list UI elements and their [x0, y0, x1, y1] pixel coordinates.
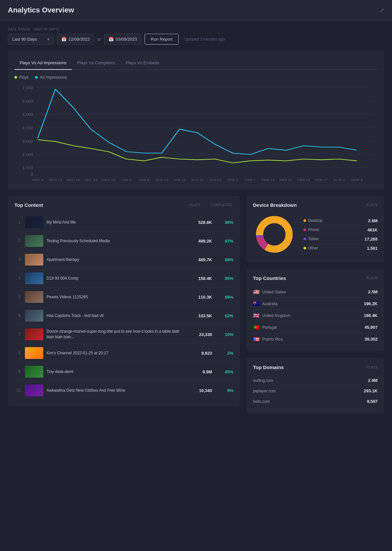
donut-svg — [253, 213, 296, 256]
table-row: 4. D19 93 004 Comp 158.4K 95% — [14, 269, 233, 288]
row-number: 4. — [14, 276, 22, 281]
device-name: Tablet — [308, 237, 319, 241]
plays-dot — [14, 76, 17, 79]
domains-header: Top Domains PLAYS — [253, 364, 378, 370]
thumbnail — [25, 291, 43, 303]
date-range-section: Date Range (MAX 90 DAYS) Last 90 Days ▾ … — [8, 27, 384, 45]
svg-text:3,000: 3,000 — [22, 139, 33, 144]
svg-text:MAR 4: MAR 4 — [333, 178, 345, 182]
date-controls: Last 90 Days ▾ 📅 12/09/2022 to 📅 03/09/2… — [8, 34, 384, 45]
row-number: 2. — [14, 239, 22, 243]
plays-col-header: PLAYS — [181, 203, 201, 207]
app-header: Analytics Overview ⤢ — [0, 0, 392, 21]
content-title: Has Captions Track - test bad vtt — [47, 313, 187, 319]
preset-label: Last 90 Days — [12, 37, 37, 42]
domains-list: surfing.com 2.9M jwplayer.com 293.1K hel… — [253, 375, 378, 406]
svg-text:5,000: 5,000 — [22, 112, 33, 117]
svg-text:JAN 3: JAN 3 — [121, 178, 132, 182]
thumbnail — [25, 366, 43, 378]
device-row: Other 1,561 — [304, 244, 378, 253]
domain-row: surfing.com 2.9M — [253, 375, 378, 386]
countries-header: Top Countries PLAYS — [253, 275, 378, 281]
tab-plays-vs-ad-impressions[interactable]: Plays Vs Ad Impressions — [14, 58, 72, 70]
chevron-down-icon: ▾ — [47, 37, 49, 42]
start-date-input[interactable]: 📅 12/09/2022 — [57, 34, 94, 45]
row-number: 3. — [14, 257, 22, 262]
svg-text:JAN 8: JAN 8 — [139, 178, 149, 182]
svg-text:JAN 23: JAN 23 — [191, 178, 204, 182]
content-title: Tiny-desk-demi — [47, 369, 187, 375]
country-value: 45,907 — [364, 325, 378, 330]
content-completes: 95% — [215, 276, 233, 281]
device-row: Desktop 2.8M — [304, 216, 378, 226]
table-row: 1. My Mind And Me 528.6K 98% — [14, 213, 233, 232]
countries-list: 🇺🇸 United States 2.5M 🇦🇺 Australia 196.2… — [253, 286, 378, 345]
domain-row: jwplayer.com 293.1K — [253, 386, 378, 396]
content-plays: 8.9M — [191, 369, 212, 374]
device-value: 1,561 — [367, 246, 378, 251]
svg-text:DEC 29: DEC 29 — [102, 178, 115, 182]
expand-icon[interactable]: ⤢ — [380, 7, 384, 13]
tab-plays-vs-embeds[interactable]: Plays Vs Embeds — [120, 58, 164, 70]
content-completes: 92% — [215, 313, 233, 318]
content-completes: 97% — [215, 239, 233, 244]
device-name: Desktop — [308, 218, 323, 223]
svg-text:JAN 13: JAN 13 — [156, 178, 168, 182]
country-row: 🇵🇹 Portugal 45,907 — [253, 322, 378, 333]
country-row: 🇦🇺 Australia 196.2K — [253, 298, 378, 310]
country-flag: 🇺🇸 — [253, 289, 260, 295]
row-number: 6. — [14, 313, 22, 318]
top-countries-card: Top Countries PLAYS 🇺🇸 United States 2.5… — [246, 269, 384, 351]
device-name-wrap: Phone — [304, 227, 320, 232]
device-value: 17,265 — [364, 237, 378, 242]
row-number: 10. — [14, 388, 22, 393]
content-title: Pexels Videos 1115265 — [47, 294, 187, 300]
row-number: 5. — [14, 295, 22, 299]
device-header: Device Breakdown PLAYS — [253, 202, 378, 208]
end-date-input[interactable]: 📅 03/09/2023 — [104, 34, 141, 45]
date-preset-select[interactable]: Last 90 Days ▾ — [8, 34, 54, 45]
domain-value: 9,597 — [367, 399, 378, 404]
country-row: 🇺🇸 United States 2.5M — [253, 286, 378, 298]
domains-title: Top Domains — [253, 364, 284, 370]
content-completes: 89% — [215, 295, 233, 300]
content-plays: 23,330 — [191, 332, 212, 337]
content-list: 1. My Mind And Me 528.6K 98% 2. Testing … — [14, 213, 233, 400]
device-plays-label: PLAYS — [366, 203, 378, 207]
chart-svg: 7,000 6,000 5,000 4,000 3,000 2,000 1,00… — [14, 84, 378, 183]
content-plays: 469.7K — [191, 257, 212, 262]
thumbnail — [25, 216, 43, 228]
device-row: Phone 461K — [304, 226, 378, 235]
device-name-wrap: Tablet — [304, 237, 319, 241]
calendar-icon: 📅 — [108, 37, 114, 42]
ad-impressions-label: Ad Impressions — [40, 75, 67, 80]
content-title: D19 93 004 Comp — [47, 276, 187, 281]
device-value: 2.8M — [368, 218, 378, 223]
country-name: United Kingdom — [262, 313, 361, 318]
bottom-row: Top Content PLAYS COMPLETES 1. My Mind A… — [8, 196, 384, 413]
domain-name: hello.com — [253, 399, 270, 404]
tab-plays-vs-completes[interactable]: Plays Vs Completes — [72, 58, 120, 70]
row-number: 8. — [14, 351, 22, 355]
country-row: 🇵🇷 Puerto Rico 39,302 — [253, 333, 378, 345]
row-number: 1. — [14, 220, 22, 225]
country-value: 196.2K — [364, 301, 378, 306]
content-title: Apartment-therapy — [47, 257, 187, 263]
device-title: Device Breakdown — [253, 202, 297, 208]
content-title: My Mind And Me — [47, 220, 187, 225]
thumbnail — [25, 347, 43, 359]
main-content: Date Range (MAX 90 DAYS) Last 90 Days ▾ … — [0, 21, 392, 420]
ad-impressions-dot — [35, 76, 38, 79]
device-row: Tablet 17,265 — [304, 235, 378, 244]
svg-text:0: 0 — [31, 172, 33, 177]
domains-plays-label: PLAYS — [366, 365, 378, 369]
domain-value: 2.9M — [368, 378, 378, 383]
svg-text:FEB 22: FEB 22 — [297, 178, 310, 182]
top-content-title: Top Content — [14, 202, 43, 208]
run-report-button[interactable]: Run Report — [145, 34, 179, 45]
country-value: 39,302 — [364, 337, 378, 342]
chart-tabs: Plays Vs Ad Impressions Plays Vs Complet… — [14, 58, 378, 70]
svg-text:4,000: 4,000 — [22, 126, 33, 130]
svg-text:7,000: 7,000 — [22, 86, 33, 90]
country-name: Australia — [262, 302, 361, 306]
